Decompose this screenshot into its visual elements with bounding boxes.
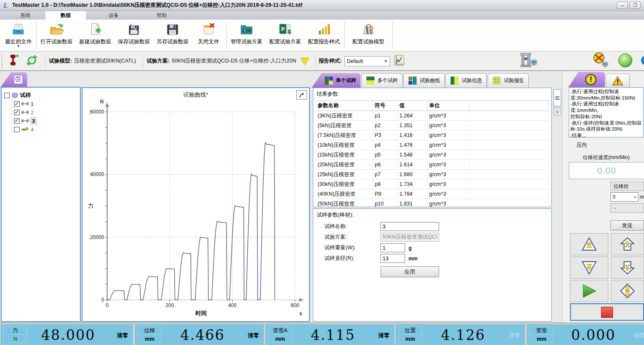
zero-button[interactable]: 清零 <box>509 332 520 339</box>
table-row[interactable]: (40KN)压膜密度P91.784g/cm^3 <box>316 189 549 199</box>
tree-item-2[interactable]: 2 <box>14 108 77 117</box>
toolbar-grip[interactable] <box>1 54 3 68</box>
arrow-down-icon <box>620 260 635 275</box>
table-cell <box>469 170 549 180</box>
specimen-tree-tab[interactable] <box>1 72 27 87</box>
zero-button[interactable]: 清零 <box>634 332 644 339</box>
curve-preview-icon[interactable] <box>394 54 405 68</box>
control-mode-button[interactable]: 位移控 <box>610 182 644 191</box>
svg-text:0: 0 <box>101 297 104 303</box>
menu-system[interactable]: 系统 <box>5 11 45 20</box>
table-row[interactable]: (3KN)压模密度p11.264g/cm^3 <box>316 111 549 121</box>
tab-test-report[interactable]: 试验报告 <box>488 73 529 88</box>
sample-name-input[interactable] <box>380 222 439 231</box>
table-row[interactable]: (7.5kN)压模密度P31.416g/cm^3 <box>316 131 549 140</box>
panel-scroll-down-button[interactable]: ∨ <box>553 107 561 116</box>
test-curve-plot: 02000040000600000200400600N力时间s <box>82 88 309 321</box>
toolbar-separator <box>392 21 393 49</box>
table-cell: (7.5kN)压模密度 <box>316 131 373 140</box>
tree-item-label: 1 <box>31 101 34 107</box>
sample-weight-input[interactable] <box>380 243 405 252</box>
zero-button[interactable]: 清零 <box>248 332 259 339</box>
table-cell: 1.784 <box>397 189 427 199</box>
table-row[interactable]: (50kN)压模密度p101.831g/cm^3 <box>316 199 549 209</box>
open-data-button[interactable]: 打开试验数据 <box>37 20 76 51</box>
checkbox[interactable] <box>4 93 10 98</box>
new-data-button[interactable]: 新建试验数据 <box>76 20 115 51</box>
checkbox[interactable] <box>14 101 20 107</box>
up-button[interactable] <box>611 233 644 255</box>
config-model-button[interactable]: 配置试验模型 <box>346 20 392 51</box>
tree-item-3[interactable]: 3 <box>14 117 77 125</box>
zero-button[interactable]: 清零 <box>378 332 389 339</box>
separator <box>45 54 45 68</box>
start-button[interactable] <box>570 280 608 302</box>
tab-label: 多个试样 <box>377 77 398 84</box>
minimize-button[interactable]: — <box>617 2 628 9</box>
table-row[interactable]: (10kN)压模密度p41.476g/cm^3 <box>316 140 549 150</box>
table-cell: p5 <box>373 150 397 160</box>
tree-root-row[interactable]: 试样 <box>4 91 77 100</box>
table-row[interactable]: (25kN)压模密度p71.680g/cm^3 <box>316 170 549 180</box>
play-icon <box>581 283 598 299</box>
add-specimen-icon[interactable] <box>9 54 20 68</box>
dropdown-caret-icon: ▼ <box>17 46 20 47</box>
report-style-select[interactable]: Default ▼ <box>344 56 390 66</box>
save-data-button[interactable]: 保存试验数据 <box>115 20 153 51</box>
stop-button[interactable] <box>570 303 644 321</box>
limit-setup-button[interactable] <box>611 280 644 302</box>
settings-gear-icon[interactable] <box>637 53 644 69</box>
svg-text:力: 力 <box>88 202 94 209</box>
tree-item-4[interactable]: 4 <box>14 125 77 134</box>
config-report-style-button[interactable]: 配置报告样式 <box>305 20 343 51</box>
target-select[interactable]: 0 ∨ <box>610 192 638 202</box>
manage-scheme-button[interactable]: 管理试验方案 <box>227 20 266 51</box>
checkbox[interactable] <box>14 110 20 115</box>
device-offline-icon[interactable] <box>590 52 611 70</box>
tab-alarm[interactable] <box>606 74 630 87</box>
machine-status-icon[interactable] <box>519 52 539 70</box>
recent-files-button[interactable]: 最近的文件 ▼ <box>2 20 35 51</box>
tab-test-info[interactable]: 试验信息 <box>445 73 487 88</box>
stop-square-icon <box>601 307 613 318</box>
apply-button[interactable]: 应用 <box>380 266 439 277</box>
channel-unit: mm <box>138 335 161 342</box>
table-row[interactable]: (5kN)压模密度p21.351g/cm^3 <box>316 121 549 131</box>
checkbox[interactable] <box>14 118 20 124</box>
down-button[interactable] <box>611 257 644 279</box>
tab-test-curve[interactable]: 试验曲线 <box>403 73 445 88</box>
separator <box>143 54 143 68</box>
menu-data[interactable]: 数据 <box>45 11 86 20</box>
status-green-icon[interactable] <box>617 52 634 70</box>
weight-unit: g <box>409 245 411 251</box>
dash-button[interactable]: - <box>610 203 644 213</box>
config-scheme-button[interactable]: P 配置试验方案 <box>266 20 305 51</box>
table-row[interactable]: (30kN)压模密度p81.734g/cm^3 <box>316 180 549 189</box>
send-button[interactable]: 发送 <box>610 220 644 231</box>
table-cell: (20kN)压模密度 <box>316 160 373 170</box>
open-folder-icon <box>49 21 64 37</box>
table-cell <box>469 111 549 121</box>
scheme-warning-icon[interactable] <box>301 58 309 65</box>
handle-bar <box>555 99 559 100</box>
zero-button[interactable]: 清零 <box>117 332 128 339</box>
menu-help[interactable]: 帮助 <box>142 11 182 20</box>
fast-up-icon <box>581 237 597 252</box>
close-file-button[interactable]: 关闭文件 <box>192 20 225 51</box>
tab-single-specimen[interactable]: 单个试样 <box>312 73 360 88</box>
panel-collapse-button[interactable] <box>553 89 561 106</box>
sample-diameter-input[interactable] <box>380 254 405 263</box>
fast-down-button[interactable] <box>570 257 608 279</box>
fast-up-button[interactable] <box>570 233 608 255</box>
table-row[interactable]: (15kN)压模密度p51.546g/cm^3 <box>316 150 549 160</box>
table-cell: g/cm^3 <box>427 111 469 121</box>
save-as-data-button[interactable]: 另存试验数据 <box>153 20 192 51</box>
refresh-icon[interactable] <box>26 54 38 68</box>
checkbox[interactable] <box>14 127 20 132</box>
tab-multi-specimen[interactable]: 多个试样 <box>361 73 403 88</box>
menu-device[interactable]: 设备 <box>94 11 134 20</box>
restore-button[interactable]: ❐ <box>630 2 641 9</box>
table-row[interactable]: (20kN)压模密度p61.614g/cm^3 <box>316 160 549 170</box>
sample-diameter-label: 试样直径(R): <box>317 255 380 262</box>
tree-item-1[interactable]: 1 <box>14 100 77 108</box>
